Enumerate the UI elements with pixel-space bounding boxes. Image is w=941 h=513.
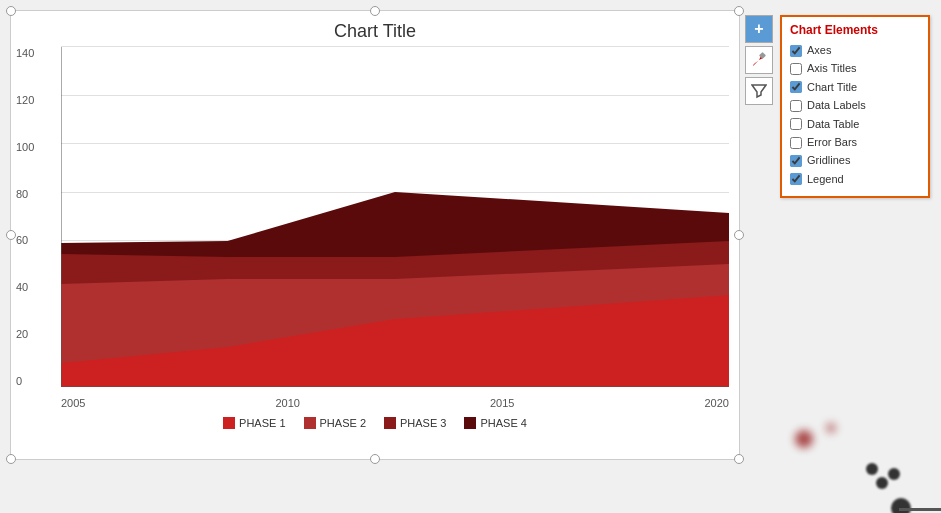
deco-blur-dot-small <box>826 423 836 433</box>
legend-label-phase3: PHASE 3 <box>400 417 446 429</box>
panel-item-axis-titles: Axis Titles <box>790 61 920 76</box>
y-label: 0 <box>16 375 34 387</box>
panel-item-error-bars: Error Bars <box>790 135 920 150</box>
gridlines-label: Gridlines <box>807 153 850 168</box>
panel-item-axes: Axes <box>790 43 920 58</box>
data-table-label: Data Table <box>807 117 859 132</box>
data-labels-checkbox[interactable] <box>790 100 802 112</box>
panel-item-data-table: Data Table <box>790 117 920 132</box>
chart-title: Chart Title <box>11 11 739 47</box>
handle-top-right[interactable] <box>734 6 744 16</box>
x-label: 2015 <box>490 397 514 409</box>
x-axis-labels: 2005 2010 2015 2020 <box>61 397 729 409</box>
legend-label-phase2: PHASE 2 <box>320 417 366 429</box>
legend-item-phase3: PHASE 3 <box>384 417 446 429</box>
add-chart-element-button[interactable]: + <box>745 15 773 43</box>
handle-top-left[interactable] <box>6 6 16 16</box>
panel-item-legend: Legend <box>790 172 920 187</box>
paintbrush-icon <box>751 52 767 68</box>
handle-bottom-center[interactable] <box>370 454 380 464</box>
y-label: 40 <box>16 281 34 293</box>
axis-titles-label: Axis Titles <box>807 61 857 76</box>
chart-elements-panel: Chart Elements Axes Axis Titles Chart Ti… <box>780 15 930 198</box>
axes-checkbox[interactable] <box>790 45 802 57</box>
handle-bottom-left[interactable] <box>6 454 16 464</box>
y-label: 100 <box>16 141 34 153</box>
legend-label-phase1: PHASE 1 <box>239 417 285 429</box>
y-label: 20 <box>16 328 34 340</box>
x-label: 2020 <box>705 397 729 409</box>
legend-item-phase1: PHASE 1 <box>223 417 285 429</box>
axes-label: Axes <box>807 43 831 58</box>
deco-blur-dot-large <box>795 430 813 448</box>
data-table-checkbox[interactable] <box>790 118 802 130</box>
chart-title-checkbox[interactable] <box>790 81 802 93</box>
filter-chart-button[interactable] <box>745 77 773 105</box>
legend-checkbox[interactable] <box>790 173 802 185</box>
handle-middle-left[interactable] <box>6 230 16 240</box>
y-axis-labels: 0 20 40 60 80 100 120 140 <box>16 47 34 387</box>
legend-color-phase3 <box>384 417 396 429</box>
y-label: 80 <box>16 188 34 200</box>
legend-color-phase2 <box>304 417 316 429</box>
style-chart-button[interactable] <box>745 46 773 74</box>
handle-bottom-right[interactable] <box>734 454 744 464</box>
error-bars-label: Error Bars <box>807 135 857 150</box>
panel-item-gridlines: Gridlines <box>790 153 920 168</box>
mol-atom-c <box>888 468 900 480</box>
handle-top-center[interactable] <box>370 6 380 16</box>
chart-plot-area: 0 20 40 60 80 100 120 140 2005 2010 2015… <box>61 47 729 387</box>
panel-item-data-labels: Data Labels <box>790 98 920 113</box>
handle-middle-right[interactable] <box>734 230 744 240</box>
filter-icon <box>751 83 767 99</box>
legend-label-phase4: PHASE 4 <box>480 417 526 429</box>
y-label: 60 <box>16 234 34 246</box>
legend-label: Legend <box>807 172 844 187</box>
legend-item-phase4: PHASE 4 <box>464 417 526 429</box>
panel-item-chart-title: Chart Title <box>790 80 920 95</box>
mol-atom-b <box>876 477 888 489</box>
gridlines-checkbox[interactable] <box>790 155 802 167</box>
mol-bond <box>899 508 941 511</box>
chart-title-label: Chart Title <box>807 80 857 95</box>
chart-toolbar: + <box>745 15 773 105</box>
error-bars-checkbox[interactable] <box>790 137 802 149</box>
y-label: 120 <box>16 94 34 106</box>
area-chart-svg <box>61 47 729 387</box>
x-label: 2005 <box>61 397 85 409</box>
legend-color-phase1 <box>223 417 235 429</box>
legend-color-phase4 <box>464 417 476 429</box>
mol-atom-a <box>866 463 878 475</box>
panel-title: Chart Elements <box>790 23 920 37</box>
axis-titles-checkbox[interactable] <box>790 63 802 75</box>
data-labels-label: Data Labels <box>807 98 866 113</box>
legend-item-phase2: PHASE 2 <box>304 417 366 429</box>
chart-container: Chart Title 0 20 40 60 80 100 120 140 20… <box>10 10 740 460</box>
x-label: 2010 <box>276 397 300 409</box>
y-label: 140 <box>16 47 34 59</box>
chart-legend: PHASE 1 PHASE 2 PHASE 3 PHASE 4 <box>11 387 739 435</box>
